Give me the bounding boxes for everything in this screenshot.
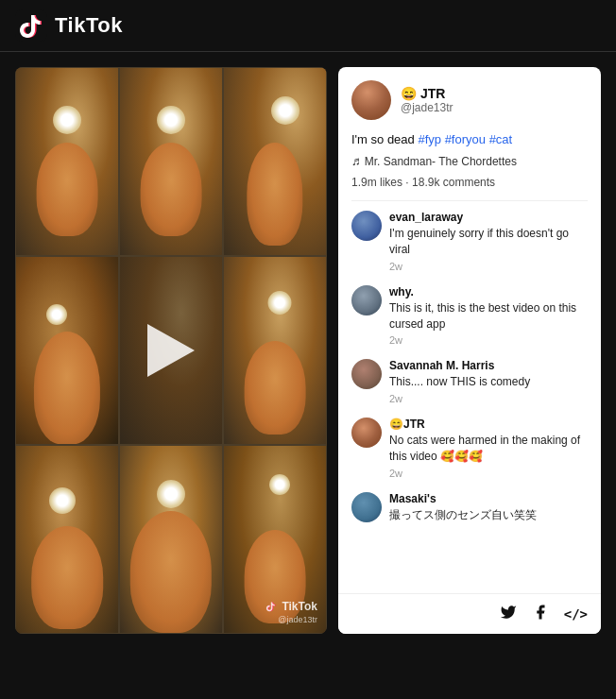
comment-username: Savannah M. Harris [389, 359, 588, 372]
username: JTR [420, 86, 445, 101]
comment-body: evan_laraway I'm genuinely sorry if this… [389, 211, 588, 272]
bottom-bar: </> [338, 593, 601, 634]
twitter-share-icon[interactable] [500, 604, 517, 624]
comment-text: 撮ってス側のセンズ自い笑笑 [389, 507, 588, 523]
user-handle: @jade13tr [401, 101, 453, 114]
comment-username: why. [389, 285, 588, 298]
username-row: 😄 JTR [401, 86, 453, 101]
main-content: TikTok @jade13tr 😄 JTR @jade13tr I'm so … [0, 52, 616, 649]
comment-body: 😄JTR No cats were harmed in the making o… [389, 418, 588, 479]
embed-icon[interactable]: </> [564, 606, 588, 622]
description-prefix: I'm so dead [351, 132, 418, 146]
comment-username: 😄JTR [389, 418, 588, 431]
comment: evan_laraway I'm genuinely sorry if this… [351, 211, 588, 272]
info-panel: 😄 JTR @jade13tr I'm so dead #fyp #foryou… [338, 67, 601, 634]
user-info: 😄 JTR @jade13tr [401, 86, 453, 114]
watermark-tiktok-icon [265, 600, 278, 613]
watermark-logo-text: TikTok [282, 600, 317, 613]
commenter-avatar [351, 285, 382, 315]
app-header: TikTok [0, 0, 616, 52]
comment-body: Savannah M. Harris This.... now THIS is … [389, 359, 588, 404]
comment: why. This is it, this is the best video … [351, 285, 588, 347]
video-watermark: TikTok @jade13tr [265, 600, 317, 624]
video-cell [223, 67, 327, 256]
comments-count: 18.9k comments [412, 176, 495, 189]
video-cell [223, 256, 327, 445]
video-cell [15, 67, 119, 256]
comment-text: This is it, this is the best video on th… [389, 300, 588, 332]
video-cell [15, 445, 119, 634]
commenter-avatar [351, 418, 382, 448]
likes-count: 1.9m likes [351, 176, 402, 189]
user-row: 😄 JTR @jade13tr [351, 80, 588, 120]
comment-time: 2w [389, 468, 588, 479]
video-grid [15, 67, 327, 634]
stats-dot: · [402, 176, 412, 189]
video-panel[interactable]: TikTok @jade13tr [15, 67, 327, 634]
video-cell-center[interactable] [119, 256, 223, 445]
comment-text: This.... now THIS is comedy [389, 374, 588, 390]
comment-body: why. This is it, this is the best video … [389, 285, 588, 347]
comment-body: Masaki's 撮ってス側のセンズ自い笑笑 [389, 492, 588, 526]
comment-time: 2w [389, 261, 588, 272]
comment-username: evan_laraway [389, 211, 588, 224]
music-song: Mr. Sandman- The Chordettes [365, 155, 517, 168]
avatar [351, 80, 391, 120]
video-cell [119, 67, 223, 256]
description: I'm so dead #fyp #foryou #cat [351, 131, 588, 148]
username-emoji: 😄 [401, 86, 417, 101]
hashtag-cat[interactable]: #cat [489, 132, 513, 146]
hashtag-foryou[interactable]: #foryou [445, 132, 486, 146]
comments-section: evan_laraway I'm genuinely sorry if this… [351, 211, 588, 538]
video-cell [15, 256, 119, 445]
music-note-icon: ♬ [351, 154, 361, 168]
divider [351, 200, 588, 201]
comment: Masaki's 撮ってス側のセンズ自い笑笑 [351, 492, 588, 526]
comment-text: No cats were harmed in the making of thi… [389, 433, 588, 465]
stats-line: 1.9m likes · 18.9k comments [351, 176, 588, 189]
watermark-handle: @jade13tr [278, 615, 317, 624]
commenter-avatar [351, 211, 382, 241]
app-title: TikTok [55, 13, 123, 38]
commenter-avatar [351, 492, 382, 522]
comment-username: Masaki's [389, 492, 588, 505]
facebook-share-icon[interactable] [532, 604, 549, 624]
comment: Savannah M. Harris This.... now THIS is … [351, 359, 588, 404]
comment: 😄JTR No cats were harmed in the making o… [351, 418, 588, 479]
music-line: ♬ Mr. Sandman- The Chordettes [351, 154, 588, 168]
tiktok-logo-icon [15, 9, 47, 42]
comment-time: 2w [389, 334, 588, 346]
video-cell [119, 445, 223, 634]
comment-text: I'm genuinely sorry if this doesn't go v… [389, 226, 588, 258]
hashtag-fyp[interactable]: #fyp [418, 132, 441, 146]
commenter-avatar [351, 359, 382, 389]
comment-time: 2w [389, 393, 588, 404]
